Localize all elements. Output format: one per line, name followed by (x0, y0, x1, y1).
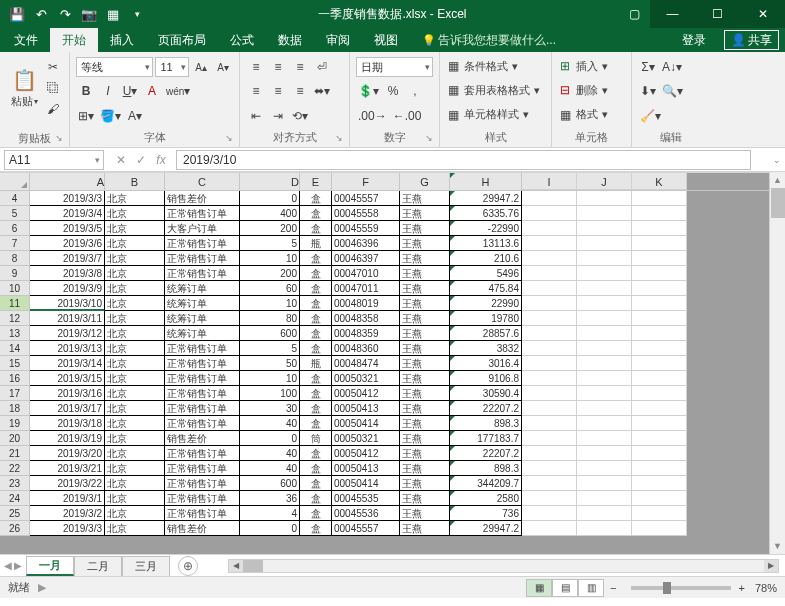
conditional-format-button[interactable]: ▦条件格式▾ (446, 56, 545, 76)
cell[interactable] (632, 356, 687, 371)
sort-filter-icon[interactable]: A↓▾ (660, 57, 684, 77)
col-header[interactable]: C (165, 173, 240, 190)
zoom-slider[interactable] (631, 586, 731, 590)
cell[interactable]: 王燕 (400, 386, 450, 401)
cell[interactable] (522, 296, 577, 311)
col-header[interactable]: E (300, 173, 332, 190)
close-icon[interactable]: ✕ (740, 0, 785, 28)
cell[interactable] (632, 266, 687, 281)
maximize-icon[interactable]: ☐ (695, 0, 740, 28)
find-icon[interactable]: 🔍▾ (660, 81, 685, 101)
cell[interactable]: -22990 (450, 221, 522, 236)
tab-data[interactable]: 数据 (266, 28, 314, 52)
row-header[interactable]: 26 (0, 521, 30, 536)
cell[interactable]: 王燕 (400, 401, 450, 416)
clear-icon[interactable]: 🧹▾ (638, 106, 663, 126)
cell[interactable]: 王燕 (400, 296, 450, 311)
cell[interactable]: 王燕 (400, 221, 450, 236)
table-row[interactable]: 192019/3/18北京正常销售订单40盒00050414王燕898.3 (0, 416, 785, 431)
cell[interactable]: 00045557 (332, 191, 400, 206)
underline-button[interactable]: U▾ (120, 81, 140, 101)
cell[interactable]: 盒 (300, 401, 332, 416)
cell[interactable]: 北京 (105, 311, 165, 326)
cell[interactable]: 2019/3/20 (30, 446, 105, 461)
cell[interactable] (632, 281, 687, 296)
cell[interactable]: 2019/3/21 (30, 461, 105, 476)
accept-formula-icon[interactable]: ✓ (132, 153, 150, 167)
cell[interactable]: 瓶 (300, 236, 332, 251)
row-header[interactable]: 11 (0, 296, 30, 311)
cell[interactable]: 40 (240, 446, 300, 461)
row-header[interactable]: 20 (0, 431, 30, 446)
cell[interactable] (632, 221, 687, 236)
cell[interactable]: 0 (240, 191, 300, 206)
sheet-tab-3[interactable]: 三月 (122, 556, 170, 576)
row-header[interactable]: 7 (0, 236, 30, 251)
table-format-button[interactable]: ▦套用表格格式▾ (446, 80, 545, 100)
cell[interactable] (522, 326, 577, 341)
cell[interactable]: 王燕 (400, 251, 450, 266)
cell[interactable]: 北京 (105, 506, 165, 521)
minimize-icon[interactable]: — (650, 0, 695, 28)
cell[interactable]: 28857.6 (450, 326, 522, 341)
scroll-left-icon[interactable]: ◀ (229, 560, 243, 572)
cell[interactable]: 北京 (105, 401, 165, 416)
row-header[interactable]: 24 (0, 491, 30, 506)
cell[interactable]: 200 (240, 221, 300, 236)
scroll-thumb[interactable] (243, 560, 263, 572)
cell[interactable]: 400 (240, 206, 300, 221)
cell[interactable]: 2019/3/19 (30, 431, 105, 446)
cell[interactable] (522, 281, 577, 296)
cell[interactable]: 北京 (105, 236, 165, 251)
cell[interactable]: 9106.8 (450, 371, 522, 386)
cell[interactable]: 2019/3/1 (30, 491, 105, 506)
cell[interactable]: 22207.2 (450, 401, 522, 416)
row-header[interactable]: 17 (0, 386, 30, 401)
cell[interactable]: 2019/3/5 (30, 221, 105, 236)
tab-formulas[interactable]: 公式 (218, 28, 266, 52)
cell[interactable]: 盒 (300, 311, 332, 326)
cell[interactable]: 2019/3/15 (30, 371, 105, 386)
tab-home[interactable]: 开始 (50, 28, 98, 52)
autosum-icon[interactable]: Σ▾ (638, 57, 658, 77)
cell[interactable]: 盒 (300, 191, 332, 206)
cell[interactable] (522, 191, 577, 206)
align-bottom-icon[interactable]: ≡ (290, 57, 310, 77)
table-row[interactable]: 242019/3/1北京正常销售订单36盒00045535王燕2580 (0, 491, 785, 506)
cell[interactable]: 北京 (105, 371, 165, 386)
cell[interactable]: 30590.4 (450, 386, 522, 401)
cell[interactable]: 2019/3/6 (30, 236, 105, 251)
cell[interactable]: 北京 (105, 521, 165, 536)
dialog-launcher-icon[interactable]: ↘ (225, 133, 233, 143)
cell[interactable]: 盒 (300, 296, 332, 311)
cell[interactable]: 898.3 (450, 416, 522, 431)
comma-icon[interactable]: , (405, 81, 425, 101)
macro-record-icon[interactable]: ▶ (38, 581, 46, 594)
align-left-icon[interactable]: ≡ (246, 81, 266, 101)
cell[interactable]: 王燕 (400, 356, 450, 371)
cell[interactable]: 2019/3/22 (30, 476, 105, 491)
row-header[interactable]: 5 (0, 206, 30, 221)
cell[interactable]: 30 (240, 401, 300, 416)
zoom-level[interactable]: 78% (755, 582, 777, 594)
cell[interactable]: 王燕 (400, 191, 450, 206)
col-header[interactable]: F (332, 173, 400, 190)
accounting-icon[interactable]: 💲▾ (356, 81, 381, 101)
cell[interactable]: 盒 (300, 491, 332, 506)
cell[interactable]: 60 (240, 281, 300, 296)
row-header[interactable]: 16 (0, 371, 30, 386)
cell[interactable]: 北京 (105, 416, 165, 431)
cell[interactable] (632, 191, 687, 206)
cell[interactable]: 210.6 (450, 251, 522, 266)
cell[interactable]: 00045558 (332, 206, 400, 221)
tab-insert[interactable]: 插入 (98, 28, 146, 52)
table-row[interactable]: 252019/3/2北京正常销售订单4盒00045536王燕736 (0, 506, 785, 521)
cell[interactable]: 销售差价 (165, 191, 240, 206)
row-header[interactable]: 25 (0, 506, 30, 521)
cell[interactable]: 6335.76 (450, 206, 522, 221)
page-break-view-icon[interactable]: ▥ (578, 579, 604, 597)
cell[interactable]: 正常销售订单 (165, 266, 240, 281)
italic-button[interactable]: I (98, 81, 118, 101)
row-header[interactable]: 4 (0, 191, 30, 206)
cell[interactable]: 3832 (450, 341, 522, 356)
